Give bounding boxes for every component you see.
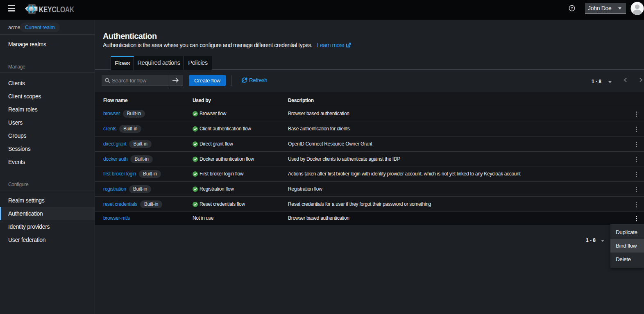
svg-text:?: ? xyxy=(571,6,573,10)
svg-text:KEYCLOAK: KEYCLOAK xyxy=(39,5,75,14)
